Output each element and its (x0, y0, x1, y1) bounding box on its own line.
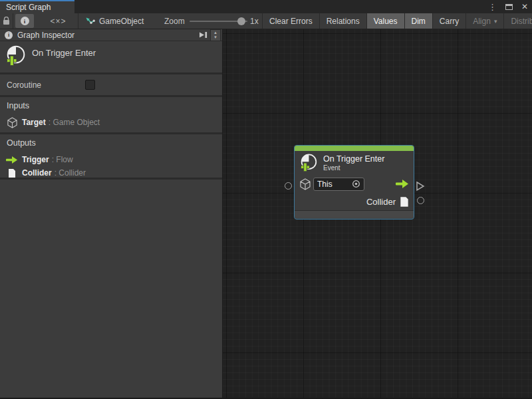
port-name: Target (22, 118, 46, 127)
on-trigger-enter-node[interactable]: On Trigger Enter Event This (294, 145, 414, 219)
spinner-down-icon: ▼ (213, 35, 217, 40)
port-row-trigger: Trigger : Flow (0, 153, 222, 166)
lock-icon (3, 17, 10, 25)
button-label: Dim (412, 17, 426, 26)
unit-title: On Trigger Enter (32, 48, 96, 72)
info-icon: i (5, 31, 13, 39)
graph-inspector-title: Graph Inspector (17, 31, 74, 40)
maximize-icon[interactable] (505, 4, 513, 10)
unit-title-section: On Trigger Enter (0, 41, 222, 72)
port-type: : Game Object (49, 118, 100, 127)
chevron-down-icon: ▾ (494, 18, 497, 25)
button-label: Relations (327, 17, 360, 26)
spinner-up-icon: ▲ (213, 31, 217, 35)
port-row-target: Target : Game Object (0, 116, 222, 129)
outputs-heading: Outputs (0, 138, 222, 148)
coroutine-checkbox[interactable] (85, 80, 95, 90)
node-accent-bar (295, 146, 414, 151)
object-picker-icon[interactable] (352, 180, 360, 188)
code-view-button[interactable]: <×> (40, 13, 76, 29)
flow-arrow-icon (396, 180, 409, 188)
panel-spinner-control[interactable]: ▲ ▼ (210, 29, 221, 41)
trigger-flow-port[interactable] (416, 181, 425, 192)
window-controls: ⋮ ✕ (488, 0, 528, 13)
toolbar-separator (78, 13, 78, 29)
event-unit-icon (5, 45, 26, 67)
graph-canvas[interactable]: On Trigger Enter Event This (223, 29, 532, 398)
dim-toggle-button[interactable]: Dim (404, 13, 432, 29)
zoom-value: 1x (250, 13, 259, 29)
document-icon (400, 196, 409, 207)
close-icon[interactable]: ✕ (521, 3, 528, 11)
graph-toolbar: i <×> GameObject Zoom 1x Clear Errors Re… (0, 13, 532, 29)
target-value-field[interactable]: This (313, 178, 364, 191)
clear-errors-button[interactable]: Clear Errors (262, 13, 319, 29)
info-icon: i (21, 17, 29, 25)
graph-inspector-header: i Graph Inspector ▲ ▼ (0, 29, 222, 41)
coroutine-label: Coroutine (7, 80, 41, 90)
toolbar-button-group: Clear Errors Relations Values Dim Carry … (262, 13, 532, 29)
dock-panel-icon[interactable] (198, 31, 207, 39)
coroutine-row: Coroutine (0, 74, 222, 95)
toolbar-separator (13, 13, 13, 29)
collider-output-label: Collider (366, 197, 396, 207)
values-toggle-button[interactable]: Values (366, 13, 404, 29)
unity-script-graph-window: Script Graph ⋮ ✕ i <×> (0, 0, 532, 399)
title-bar: Script Graph ⋮ ✕ (0, 0, 532, 13)
node-footer (295, 210, 414, 218)
graph-owner-chip[interactable]: GameObject (85, 13, 144, 29)
gameobject-label: GameObject (99, 17, 144, 26)
inspector-toggle-button[interactable]: i (15, 14, 34, 28)
inputs-heading: Inputs (0, 101, 222, 110)
align-dropdown-button[interactable]: Align ▾ (466, 13, 503, 29)
document-icon (8, 168, 16, 178)
button-label: Align (473, 17, 491, 26)
zoom-label: Zoom (164, 13, 185, 29)
node-header[interactable]: On Trigger Enter Event (295, 151, 414, 175)
button-label: Distribute (511, 17, 532, 26)
inputs-section: Inputs Target : Game Object (0, 97, 222, 132)
port-type: : Collider (55, 168, 86, 178)
port-name: Trigger (22, 155, 49, 164)
zoom-slider-thumb[interactable] (237, 17, 245, 25)
target-value: This (317, 180, 332, 189)
node-subtitle: Event (323, 164, 384, 172)
lock-button[interactable] (0, 13, 13, 29)
graph-inspector-panel: i Graph Inspector ▲ ▼ (0, 29, 223, 398)
tab-label: Script Graph (6, 3, 51, 12)
node-collider-row: Collider (295, 193, 414, 210)
event-unit-icon (299, 153, 318, 173)
button-label: Clear Errors (269, 17, 313, 26)
tab-script-graph[interactable]: Script Graph (0, 0, 74, 13)
kebab-menu-icon[interactable]: ⋮ (488, 3, 497, 11)
relations-button[interactable]: Relations (319, 13, 366, 29)
node-target-row: This (295, 175, 414, 193)
node-title: On Trigger Enter (323, 154, 384, 164)
cube-icon (299, 178, 311, 190)
button-label: Values (374, 17, 398, 26)
script-graph-icon (85, 17, 95, 26)
target-input-port[interactable] (285, 182, 292, 190)
section-divider (0, 178, 222, 180)
flow-arrow-icon (6, 156, 18, 164)
distribute-dropdown-button[interactable]: Distribute ▾ (503, 13, 532, 29)
outputs-section: Outputs Trigger : Flow Collider (0, 134, 222, 178)
port-name: Collider (22, 168, 52, 178)
carry-button[interactable]: Carry (432, 13, 466, 29)
cube-icon (7, 117, 18, 128)
port-type: : Flow (52, 155, 73, 164)
code-view-icon: <×> (50, 17, 66, 26)
button-label: Carry (440, 17, 459, 26)
collider-output-port[interactable] (417, 197, 424, 204)
